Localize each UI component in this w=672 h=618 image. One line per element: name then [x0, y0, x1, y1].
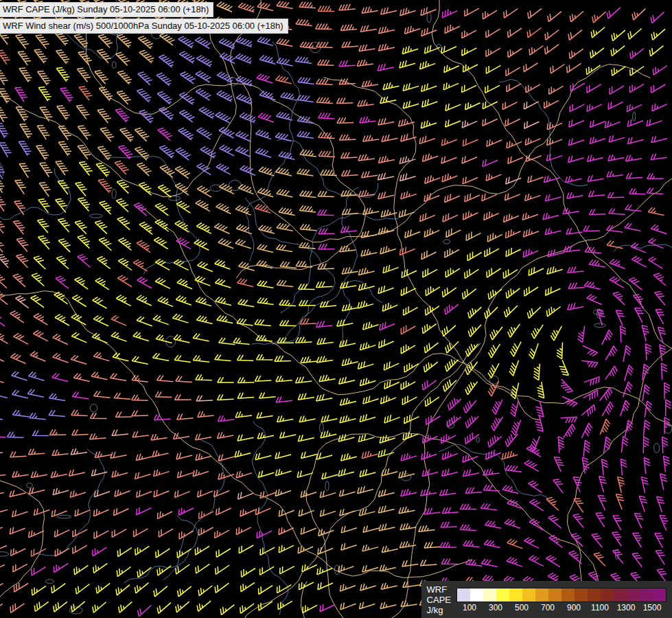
legend-tick-label: 500	[509, 603, 535, 613]
legend-swatch	[588, 588, 601, 602]
legend-swatch	[575, 588, 588, 602]
legend-swatch	[601, 588, 614, 602]
legend-swatch	[496, 588, 509, 602]
weather-map-stage: WRF CAPE (J/kg) Sunday 05-10-2025 06:00 …	[0, 0, 672, 618]
legend-tick-label: 1500	[639, 603, 665, 613]
legend-tick-label: 100	[456, 603, 483, 613]
legend-tick-label: 700	[535, 603, 561, 613]
legend-color-bar	[456, 588, 667, 602]
legend-label: WRF CAPE J/kg	[427, 584, 451, 615]
legend-swatch	[483, 588, 496, 602]
legend-scale: 100300500700900110013001500	[456, 588, 667, 613]
legend-label-line: J/kg	[427, 605, 451, 615]
legend-label-line: CAPE	[427, 595, 451, 605]
legend-swatch	[470, 588, 483, 602]
legend-label-line: WRF	[427, 584, 451, 595]
wind-shear-title: WRF Wind shear (m/s) 500/1000hPa Sunday …	[0, 19, 288, 34]
legend-tick-label: 900	[561, 603, 587, 613]
title-block: WRF CAPE (J/kg) Sunday 05-10-2025 06:00 …	[0, 2, 288, 35]
legend-swatch	[522, 588, 535, 602]
legend-swatch	[548, 588, 561, 602]
legend-swatch	[614, 588, 627, 602]
weather-map	[0, 0, 672, 618]
legend-swatch	[561, 588, 575, 602]
legend-tick-label: 300	[483, 603, 509, 613]
legend-swatch	[535, 588, 548, 602]
legend-swatch	[457, 588, 470, 602]
legend-tick-row: 100300500700900110013001500	[456, 603, 667, 613]
legend-swatch	[627, 588, 640, 602]
legend-tick-label: 1100	[587, 603, 613, 613]
legend-swatch	[509, 588, 522, 602]
cape-legend: WRF CAPE J/kg 10030050070090011001300150…	[421, 581, 672, 618]
legend-tick-label: 1300	[613, 603, 639, 613]
legend-swatch	[653, 588, 666, 602]
cape-title: WRF CAPE (J/kg) Sunday 05-10-2025 06:00 …	[0, 2, 213, 17]
legend-swatch	[640, 588, 653, 602]
